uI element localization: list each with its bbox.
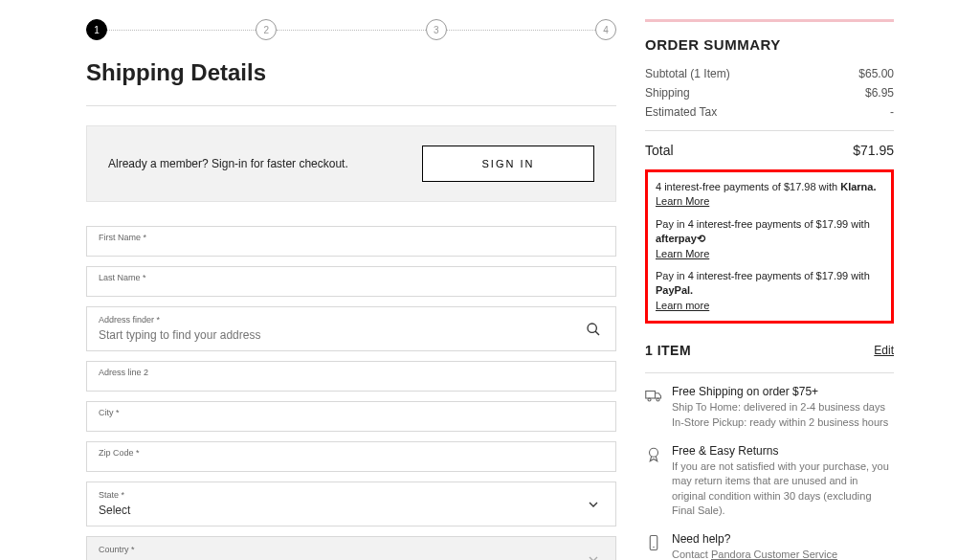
truck-icon [645,387,662,404]
total-label: Total [645,143,674,158]
signin-text: Already a member? Sign-in for faster che… [108,157,348,170]
divider [645,130,894,131]
step-4: 4 [595,19,616,40]
zip-code-field[interactable]: Zip Code * [86,441,616,472]
divider [645,372,894,373]
first-name-field[interactable]: First Name * [86,226,616,257]
step-3: 3 [426,19,447,40]
state-value: Select [99,504,130,517]
step-2: 2 [256,19,277,40]
step-line [277,30,425,31]
search-icon [586,322,601,337]
shipping-label: Shipping [645,86,690,100]
subtotal-label: Subtotal (1 Item) [645,67,730,80]
free-shipping-info: Free Shipping on order $75+ Ship To Home… [645,385,894,430]
tax-row: Estimated Tax - [645,105,894,119]
first-name-label: First Name * [99,233,604,242]
country-label: Country * [99,545,604,554]
sign-in-button[interactable]: SIGN IN [422,146,594,182]
paypal-text: Pay in 4 interest-free payments of $17.9… [656,270,870,281]
klarna-learn-more-link[interactable]: Learn More [656,194,709,209]
country-select[interactable]: Country * United States [86,536,616,560]
signin-box: Already a member? Sign-in for faster che… [86,125,616,202]
city-field[interactable]: City * [86,401,616,432]
returns-info: Free & Easy Returns If you are not satis… [645,444,894,519]
items-header: 1 ITEM Edit [645,343,894,358]
total-row: Total $71.95 [645,143,894,158]
returns-info-title: Free & Easy Returns [672,444,894,458]
klarna-brand: Klarna. [840,181,876,192]
address-finder-input[interactable] [99,328,604,342]
paypal-option: Pay in 4 interest-free payments of $17.9… [656,269,883,313]
help-info-title: Need help? [672,532,837,546]
pay-later-highlight: 4 interest-free payments of $17.98 with … [645,169,894,324]
page-title: Shipping Details [86,59,616,86]
shipping-info-sub2: In-Store Pickup: ready within 2 business… [672,415,888,430]
ribbon-icon [645,446,662,463]
tax-label: Estimated Tax [645,105,717,119]
items-count-title: 1 ITEM [645,343,691,358]
state-select[interactable]: State * Select [86,482,616,526]
help-info-sub: Contact Pandora Customer Service [672,548,837,560]
klarna-text: 4 interest-free payments of $17.98 with [656,181,840,192]
shipping-value: $6.95 [865,86,894,100]
city-label: City * [99,408,604,417]
divider [86,105,616,106]
shipping-row: Shipping $6.95 [645,86,894,100]
paypal-learn-more-link[interactable]: Learn more [656,299,709,313]
edit-cart-link[interactable]: Edit [874,344,894,357]
afterpay-learn-more-link[interactable]: Learn More [656,247,709,261]
returns-info-sub: If you are not satisfied with your purch… [672,459,894,519]
address-finder-label: Address finder * [99,315,604,325]
shipping-info-title: Free Shipping on order $75+ [672,385,888,398]
chevron-down-icon [586,497,601,512]
svg-rect-2 [646,392,656,399]
svg-point-5 [650,448,658,457]
shipping-info-sub1: Ship To Home: delivered in 2-4 business … [672,400,888,414]
customer-service-link[interactable]: Pandora Customer Service [711,549,837,560]
summary-accent [645,19,894,22]
address-line-2-label: Adress line 2 [99,368,604,377]
subtotal-value: $65.00 [858,67,894,80]
address-line-2-field[interactable]: Adress line 2 [86,361,616,392]
last-name-field[interactable]: Last Name * [86,266,616,297]
step-line [107,30,256,31]
paypal-brand: PayPal. [656,284,693,296]
zip-code-label: Zip Code * [99,448,604,458]
step-1: 1 [86,19,107,40]
svg-point-0 [588,324,596,332]
subtotal-row: Subtotal (1 Item) $65.00 [645,67,894,80]
klarna-option: 4 interest-free payments of $17.98 with … [656,180,883,210]
svg-point-4 [657,398,659,401]
phone-icon [645,534,662,551]
order-summary-title: ORDER SUMMARY [645,36,894,53]
help-info: Need help? Contact Pandora Customer Serv… [645,532,894,560]
state-label: State * [99,490,604,500]
last-name-label: Last Name * [99,273,604,282]
svg-point-3 [648,398,651,401]
svg-line-1 [595,331,599,335]
address-finder-field[interactable]: Address finder * [86,306,616,351]
tax-value: - [890,105,894,119]
svg-rect-6 [650,536,657,550]
total-value: $71.95 [853,143,894,158]
afterpay-brand: afterpay⟲ [656,233,705,244]
afterpay-option: Pay in 4 interest-free payments of $17.9… [656,217,883,261]
step-line [447,30,595,31]
chevron-down-icon [586,551,601,561]
afterpay-text: Pay in 4 interest-free payments of $17.9… [656,218,870,230]
checkout-stepper: 1 2 3 4 [86,19,616,40]
